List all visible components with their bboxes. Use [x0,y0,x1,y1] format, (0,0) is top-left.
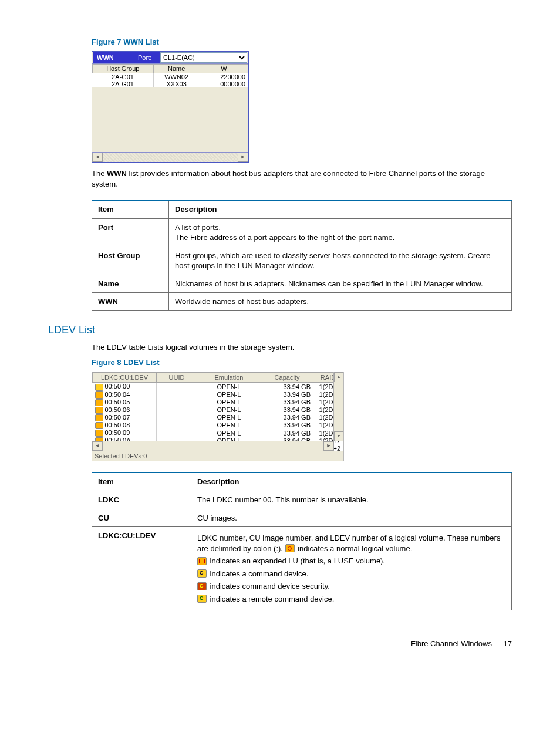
col-ldkc-cu-ldev[interactable]: LDKC:CU:LDEV [93,373,157,383]
col-uuid[interactable]: UUID [157,373,197,383]
normal-volume-icon [285,544,295,552]
scroll-left-icon[interactable]: ◄ [92,153,103,162]
wwn-port-select[interactable]: CL1-E(AC) [160,52,247,63]
ldev-panel: LDKC:CU:LDEV UUID Emulation Capacity RAI… [92,372,344,461]
ldev-vscrollbar[interactable]: ▲ ▼ [333,372,343,441]
ldev-row[interactable]: 00:50:00OPEN-L33.94 GB1(2D+2 [93,383,343,391]
term-host-group: Host Group [92,247,169,275]
wwn-panel: WWN Port: CL1-E(AC) Host Group Name W [92,51,249,163]
volume-icon [95,422,103,429]
figure-7-caption: Figure 7 WWN List [92,38,512,46]
wwn-description-table: Item Description Port A list of ports. T… [92,200,512,311]
volume-icon [95,384,103,391]
col-name[interactable]: Name [153,65,200,73]
ldev-description-table: Item Description LDKC The LDKC number 00… [92,472,512,610]
remote-command-device-icon [197,595,207,603]
command-device-security-icon [197,582,207,590]
ldev-hscrollbar[interactable]: ◄ ► [92,441,334,451]
command-device-icon [197,569,207,578]
col-item: Item [92,472,191,491]
col-emulation[interactable]: Emulation [197,373,261,383]
luse-volume-icon [197,557,207,565]
scroll-right-icon[interactable]: ► [238,153,248,162]
page-footer: Fibre Channel Windows 17 [48,639,512,648]
wwn-table: Host Group Name W 2A-G01 WWN02 2200000 2… [92,64,248,87]
wwn-intro-paragraph: The WWN list provides information about … [92,168,512,189]
col-description: Description [169,200,512,218]
wwn-port-label: Port: [134,52,160,63]
term-ldkc: LDKC [92,491,191,509]
col-description: Description [191,472,512,491]
term-ldkc-cu-ldev: LDKC:CU:LDEV [92,527,191,610]
volume-icon [95,414,103,421]
col-capacity[interactable]: Capacity [261,373,313,383]
term-port: Port [92,218,169,247]
ldev-table: LDKC:CU:LDEV UUID Emulation Capacity RAI… [92,372,343,451]
volume-icon [95,407,103,414]
scroll-left-icon[interactable]: ◄ [92,441,103,451]
volume-icon [95,391,103,399]
wwn-row[interactable]: 2A-G01 WWN02 2200000 [93,73,248,81]
wwn-hscrollbar[interactable]: ◄ ► [92,152,248,162]
ldev-intro-paragraph: The LDEV table Lists logical volumes in … [92,342,512,353]
term-cu: CU [92,509,191,527]
volume-icon [95,430,103,437]
ldev-row[interactable]: 00:50:04OPEN-L33.94 GB1(2D+2 [93,391,343,399]
figure-8-caption: Figure 8 LDEV List [92,358,512,367]
col-wwn[interactable]: W [200,65,248,73]
ldev-row[interactable]: 00:50:09OPEN-L33.94 GB1(2D+2 [93,429,343,437]
wwn-title-cell: WWN [93,52,134,63]
scroll-right-icon[interactable]: ► [323,441,334,451]
ldev-row[interactable]: 00:50:07OPEN-L33.94 GB1(2D+2 [93,414,343,421]
scroll-down-icon[interactable]: ▼ [334,431,343,441]
wwn-row[interactable]: 2A-G01 XXX03 0000000 [93,80,248,87]
ldev-section-heading: LDEV List [48,324,512,336]
ldev-status-bar: Selected LDEVs:0 [92,451,343,461]
ldev-row[interactable]: 00:50:08OPEN-L33.94 GB1(2D+2 [93,421,343,429]
term-name: Name [92,275,169,293]
col-item: Item [92,200,169,218]
scroll-up-icon[interactable]: ▲ [334,372,343,382]
col-host-group[interactable]: Host Group [93,65,154,73]
ldev-row[interactable]: 00:50:05OPEN-L33.94 GB1(2D+2 [93,399,343,406]
ldev-row[interactable]: 00:50:06OPEN-L33.94 GB1(2D+2 [93,406,343,414]
volume-icon [95,399,103,406]
term-wwn: WWN [92,293,169,311]
